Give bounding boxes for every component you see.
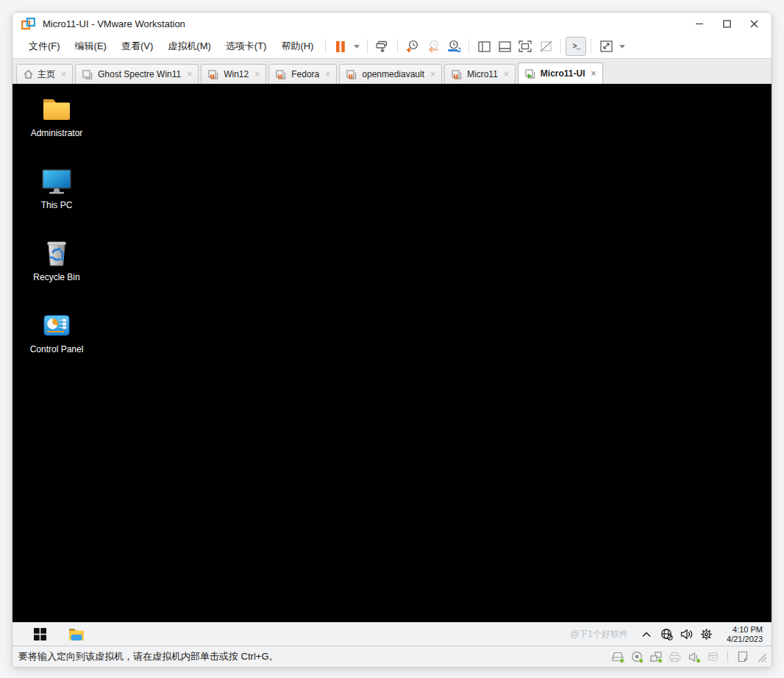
start-button[interactable] bbox=[27, 624, 52, 645]
resize-grip[interactable] bbox=[755, 651, 767, 663]
revert-snapshot-icon[interactable] bbox=[423, 37, 443, 56]
file-explorer-button[interactable] bbox=[64, 624, 89, 645]
vm-suspended-icon bbox=[452, 70, 463, 79]
desktop-icon-label: Control Panel bbox=[30, 345, 84, 355]
file-explorer-icon bbox=[68, 627, 85, 641]
statusbar-separator bbox=[727, 651, 728, 663]
tab-micro11[interactable]: Micro11 × bbox=[444, 64, 516, 84]
tab-label: Win12 bbox=[224, 69, 249, 79]
tab-close-icon[interactable]: × bbox=[324, 70, 332, 79]
menu-view[interactable]: 查看(V) bbox=[114, 36, 160, 57]
tab-strip: 主页 × Ghost Spectre Win11 × Win12 × bbox=[13, 58, 771, 84]
tab-ghost-spectre-win11[interactable]: Ghost Spectre Win11 × bbox=[75, 64, 199, 84]
toolbar-separator bbox=[468, 39, 469, 54]
guest-desktop[interactable]: Administrator This PC bbox=[13, 84, 771, 622]
show-library-panel-icon[interactable] bbox=[474, 37, 494, 56]
recycle-bin-icon bbox=[39, 235, 74, 271]
desktop-icon-this-pc[interactable]: This PC bbox=[26, 163, 88, 211]
guest-taskbar: @下1个好软件 bbox=[13, 622, 771, 646]
desktop-icon-label: This PC bbox=[41, 201, 73, 211]
desktop-icon-recycle-bin[interactable]: Recycle Bin bbox=[26, 235, 88, 283]
fullscreen-mode-icon[interactable] bbox=[515, 37, 535, 56]
status-ok-dot bbox=[658, 658, 663, 663]
status-ok-dot bbox=[638, 658, 644, 663]
close-button[interactable] bbox=[744, 15, 764, 32]
desktop-icon-control-panel[interactable]: Control Panel bbox=[26, 307, 88, 355]
settings-gear-icon[interactable] bbox=[699, 628, 713, 641]
show-thumbnail-bar-icon[interactable] bbox=[494, 37, 515, 56]
toolbar-separator bbox=[591, 39, 591, 54]
toolbar-separator bbox=[560, 39, 561, 54]
send-ctrl-alt-del-icon[interactable] bbox=[372, 37, 393, 56]
menu-file[interactable]: 文件(F) bbox=[21, 36, 68, 57]
tab-home[interactable]: 主页 × bbox=[16, 64, 73, 84]
vm-suspended-icon bbox=[276, 70, 287, 79]
vm-running-icon bbox=[525, 69, 536, 79]
unity-mode-icon[interactable] bbox=[535, 37, 556, 56]
tab-win12[interactable]: Win12 × bbox=[201, 64, 266, 84]
vmware-workstation-window: Micro11-UI - VMware Workstation 文件(F) 编辑… bbox=[12, 12, 772, 668]
usb-device-icon[interactable] bbox=[705, 650, 721, 663]
maximize-button[interactable] bbox=[716, 15, 737, 32]
status-ok-dot bbox=[696, 658, 701, 663]
toolbar-separator bbox=[367, 39, 368, 54]
tab-close-icon[interactable]: × bbox=[185, 70, 193, 79]
window-title: Micro11-UI - VMware Workstation bbox=[43, 18, 185, 29]
tab-openmediavault[interactable]: openmediavault × bbox=[339, 64, 442, 84]
tab-close-icon[interactable]: × bbox=[253, 70, 261, 79]
vm-display[interactable]: Administrator This PC bbox=[13, 84, 771, 646]
device-status-icons bbox=[610, 650, 771, 663]
monitor-icon bbox=[39, 163, 74, 199]
network-offline-icon[interactable] bbox=[660, 628, 673, 641]
title-bar: Micro11-UI - VMware Workstation bbox=[13, 13, 771, 35]
clock-date: 4/21/2023 bbox=[720, 635, 763, 644]
vm-powered-off-icon bbox=[82, 70, 93, 79]
guest-watermark: @下1个好软件 bbox=[570, 628, 628, 640]
volume-icon[interactable] bbox=[680, 628, 693, 641]
console-view-button[interactable]: >_ bbox=[566, 37, 586, 56]
take-snapshot-icon[interactable] bbox=[402, 37, 423, 56]
tab-micro11-ui-active[interactable]: Micro11-UI × bbox=[518, 63, 603, 84]
status-ok-dot bbox=[619, 658, 624, 663]
sound-device-icon[interactable] bbox=[686, 650, 702, 663]
tab-label: Micro11 bbox=[467, 69, 498, 79]
windows-logo-icon bbox=[34, 628, 46, 640]
tray-expand-icon[interactable] bbox=[640, 628, 653, 641]
clock-time: 4:10 PM bbox=[720, 625, 763, 635]
tab-fedora[interactable]: Fedora × bbox=[268, 64, 337, 84]
home-icon bbox=[24, 70, 33, 79]
tab-close-icon[interactable]: × bbox=[60, 70, 68, 79]
status-message: 要将输入定向到该虚拟机，请在虚拟机内部单击或按 Ctrl+G。 bbox=[18, 650, 279, 663]
vm-suspended-icon bbox=[346, 70, 357, 79]
hard-disk-icon[interactable] bbox=[610, 650, 625, 663]
suspend-dropdown-icon[interactable] bbox=[351, 37, 363, 56]
printer-icon[interactable] bbox=[667, 650, 683, 663]
desktop-icon-label: Recycle Bin bbox=[33, 273, 79, 283]
tab-close-icon[interactable]: × bbox=[429, 70, 437, 79]
system-tray bbox=[640, 628, 713, 641]
tab-close-icon[interactable]: × bbox=[590, 69, 598, 78]
toolbar-separator bbox=[397, 39, 398, 54]
tab-label: Fedora bbox=[291, 69, 319, 79]
menu-help[interactable]: 帮助(H) bbox=[274, 36, 321, 57]
taskbar-clock[interactable]: 4:10 PM 4/21/2023 bbox=[720, 625, 763, 644]
minimize-button[interactable] bbox=[689, 15, 710, 32]
snapshot-manager-icon[interactable] bbox=[443, 37, 464, 56]
stretch-guest-icon[interactable] bbox=[596, 37, 616, 56]
menu-vm[interactable]: 虚拟机(M) bbox=[160, 36, 218, 57]
suspend-vm-icon[interactable] bbox=[330, 37, 351, 56]
tab-label: 主页 bbox=[38, 68, 55, 81]
menu-tabs[interactable]: 选项卡(T) bbox=[218, 36, 274, 57]
console-view-glyph: >_ bbox=[572, 43, 580, 51]
message-log-icon[interactable] bbox=[735, 650, 750, 663]
network-adapter-icon[interactable] bbox=[648, 650, 663, 663]
stretch-dropdown-icon[interactable] bbox=[616, 37, 628, 56]
vmware-logo-icon bbox=[21, 18, 35, 30]
vm-suspended-icon bbox=[208, 70, 219, 79]
tab-close-icon[interactable]: × bbox=[502, 70, 510, 79]
desktop-icon-administrator[interactable]: Administrator bbox=[26, 91, 88, 139]
menu-edit[interactable]: 编辑(E) bbox=[68, 36, 114, 57]
tab-label: Ghost Spectre Win11 bbox=[98, 69, 181, 79]
folder-icon bbox=[39, 91, 74, 126]
cd-dvd-icon[interactable] bbox=[629, 650, 644, 663]
